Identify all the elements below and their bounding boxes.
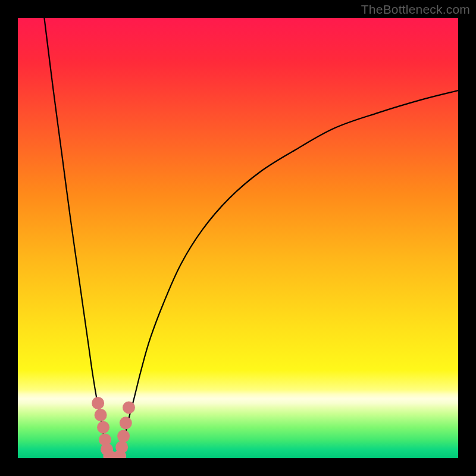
watermark-text: TheBottleneck.com [361, 2, 470, 17]
outer-frame: TheBottleneck.com [0, 0, 476, 476]
curve-markers [92, 397, 135, 458]
marker-point [95, 409, 107, 421]
marker-point [115, 441, 128, 453]
marker-point [120, 416, 132, 429]
marker-point [97, 421, 109, 434]
plot-area [18, 18, 458, 458]
curve-lines [44, 18, 458, 458]
marker-point [92, 397, 104, 409]
marker-point [123, 401, 135, 414]
chart-svg [18, 18, 458, 458]
marker-point [117, 430, 130, 443]
series-left-branch [44, 18, 110, 458]
series-right-branch [119, 90, 458, 458]
